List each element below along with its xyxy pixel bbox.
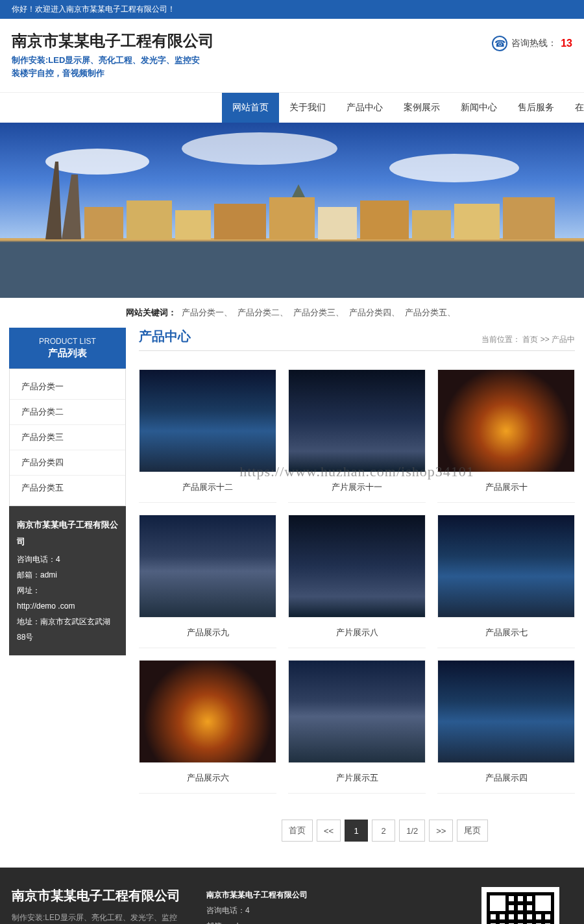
nav-item-3[interactable]: 案例展示 [393, 93, 450, 123]
nav-item-2[interactable]: 产品中心 [336, 93, 393, 123]
sidebar: PRODUCT LIST 产品列表 产品分类一产品分类二产品分类三产品分类四产品… [9, 328, 126, 868]
page-next[interactable]: >> [429, 820, 453, 842]
page-info[interactable]: 1/2 [399, 820, 425, 842]
product-thumb [139, 515, 276, 618]
page-last[interactable]: 尾页 [457, 820, 488, 842]
product-name: 产片展示五 [288, 763, 426, 794]
nav-item-4[interactable]: 新闻中心 [450, 93, 507, 123]
hotline: ☎ 咨询热线： 13 [492, 36, 572, 51]
qr-code [481, 887, 559, 924]
breadcrumb: 当前位置： 首页 >> 产品中 [481, 334, 575, 345]
sidebar-contact-line-0: 咨询电话：4 [17, 552, 118, 567]
product-card-5[interactable]: 产品展示七 [437, 515, 575, 648]
svg-rect-13 [318, 207, 357, 239]
svg-rect-9 [127, 201, 172, 239]
phone-icon: ☎ [492, 36, 507, 51]
top-bar: 你好！欢迎进入南京市某某电子工程有限公司！ [0, 0, 584, 19]
product-name: 产品展示十二 [139, 472, 276, 503]
product-card-3[interactable]: 产品展示九 [139, 515, 276, 648]
sidebar-contact: 南京市某某电子工程有限公司 咨询电话：4邮箱：admi网址：http://dem… [9, 506, 126, 655]
sidebar-category-2[interactable]: 产品分类三 [10, 425, 125, 450]
sidebar-title-en: PRODUCT LIST [9, 337, 126, 346]
product-card-1[interactable]: 产片展示十一 [288, 369, 426, 503]
sidebar-contact-line-4: 地址：南京市玄武区玄武湖88号 [17, 614, 118, 645]
nav-item-1[interactable]: 关于我们 [279, 93, 336, 123]
footer-contact-line-0: 咨询电话：4 [206, 903, 456, 918]
main-header: 产品中心 当前位置： 首页 >> 产品中 [139, 328, 575, 351]
keywords-label: 网站关键词： [126, 308, 176, 317]
svg-point-3 [389, 154, 519, 182]
main-content: 产品中心 当前位置： 首页 >> 产品中 产品展示十二产片展示十一产品展示十产品… [139, 328, 575, 868]
keyword-link-2[interactable]: 产品分类三、 [293, 308, 344, 317]
footer-contact-line-1: 邮箱：adm [206, 918, 456, 924]
product-name: 产品展示七 [437, 618, 575, 648]
svg-rect-15 [412, 210, 451, 239]
sidebar-title-cn: 产品列表 [9, 347, 126, 359]
product-name: 产品展示六 [139, 763, 276, 794]
footer-company-name: 南京市某某电子工程有限公司 [12, 887, 180, 905]
product-thumb [139, 660, 276, 763]
company-name: 南京市某某电子工程有限公司 [12, 30, 492, 51]
keyword-link-3[interactable]: 产品分类四、 [349, 308, 400, 317]
breadcrumb-sep: >> [541, 335, 552, 344]
keywords-bar: 网站关键词： 产品分类一、产品分类二、产品分类三、产品分类四、产品分类五、 [0, 298, 584, 328]
page-prev[interactable]: << [317, 820, 341, 842]
product-thumb [288, 515, 426, 618]
hero-banner [0, 123, 584, 298]
svg-rect-16 [454, 204, 500, 239]
svg-point-2 [182, 132, 337, 165]
sidebar-contact-name: 南京市某某电子工程有限公司 [17, 517, 118, 550]
product-card-8[interactable]: 产品展示四 [437, 660, 575, 794]
page-1[interactable]: 1 [345, 820, 368, 842]
product-name: 产品展示十 [437, 472, 575, 503]
breadcrumb-prefix: 当前位置： [481, 335, 520, 344]
footer: 南京市某某电子工程有限公司 制作安装:LED显示屏、亮化工程、发光字、监控安装楼… [0, 868, 584, 924]
sidebar-category-4[interactable]: 产品分类五 [10, 476, 125, 500]
sidebar-category-0[interactable]: 产品分类一 [10, 374, 125, 400]
product-card-0[interactable]: 产品展示十二 [139, 369, 276, 503]
page-first[interactable]: 首页 [282, 820, 313, 842]
footer-contact-name: 南京市某某电子工程有限公司 [206, 887, 456, 903]
company-tagline: 制作安装:LED显示屏、亮化工程、发光字、监控安装楼宇自控，音视频制作 [12, 54, 206, 79]
footer-tagline: 制作安装:LED显示屏、亮化工程、发光字、监控安装楼宇自控，音视频制作 [12, 911, 180, 924]
product-name: 产片展示八 [288, 618, 426, 648]
keyword-link-0[interactable]: 产品分类一、 [182, 308, 232, 317]
product-thumb [437, 515, 575, 618]
keyword-link-4[interactable]: 产品分类五、 [405, 308, 456, 317]
keyword-link-1[interactable]: 产品分类二、 [237, 308, 288, 317]
product-thumb [288, 369, 426, 472]
sidebar-category-3[interactable]: 产品分类四 [10, 450, 125, 476]
svg-rect-14 [360, 201, 409, 239]
product-card-2[interactable]: 产品展示十 [437, 369, 575, 503]
breadcrumb-home[interactable]: 首页 [522, 335, 538, 344]
svg-rect-12 [269, 197, 315, 239]
nav-item-5[interactable]: 售后服务 [507, 93, 565, 123]
sidebar-category-1[interactable]: 产品分类二 [10, 400, 125, 425]
svg-rect-10 [175, 210, 211, 239]
svg-rect-11 [214, 204, 266, 239]
product-thumb [437, 660, 575, 763]
sidebar-category-list: 产品分类一产品分类二产品分类三产品分类四产品分类五 [9, 369, 126, 506]
svg-rect-8 [84, 207, 123, 239]
nav-item-0[interactable]: 网站首页 [222, 93, 279, 123]
sidebar-title: PRODUCT LIST 产品列表 [9, 328, 126, 369]
svg-rect-17 [503, 197, 555, 239]
main-nav: 网站首页关于我们产品中心案例展示新闻中心售后服务在线留言联系我们 [0, 92, 584, 123]
sidebar-contact-line-3: http://demo .com [17, 598, 118, 614]
page-2[interactable]: 2 [372, 820, 395, 842]
sidebar-contact-line-1: 邮箱：admi [17, 567, 118, 583]
product-card-6[interactable]: 产品展示六 [139, 660, 276, 794]
svg-rect-19 [0, 241, 584, 298]
product-thumb [437, 369, 575, 472]
header: 南京市某某电子工程有限公司 制作安装:LED显示屏、亮化工程、发光字、监控安装楼… [0, 19, 584, 79]
nav-item-6[interactable]: 在线留言 [565, 93, 584, 123]
breadcrumb-current: 产品中 [552, 335, 575, 344]
hotline-label: 咨询热线： [511, 38, 557, 49]
product-card-7[interactable]: 产片展示五 [288, 660, 426, 794]
product-card-4[interactable]: 产片展示八 [288, 515, 426, 648]
product-thumb [139, 369, 276, 472]
product-name: 产品展示四 [437, 763, 575, 794]
svg-point-1 [45, 149, 149, 175]
sidebar-contact-line-2: 网址： [17, 583, 118, 598]
pagination: 首页<<121/2>>尾页 [282, 820, 575, 842]
